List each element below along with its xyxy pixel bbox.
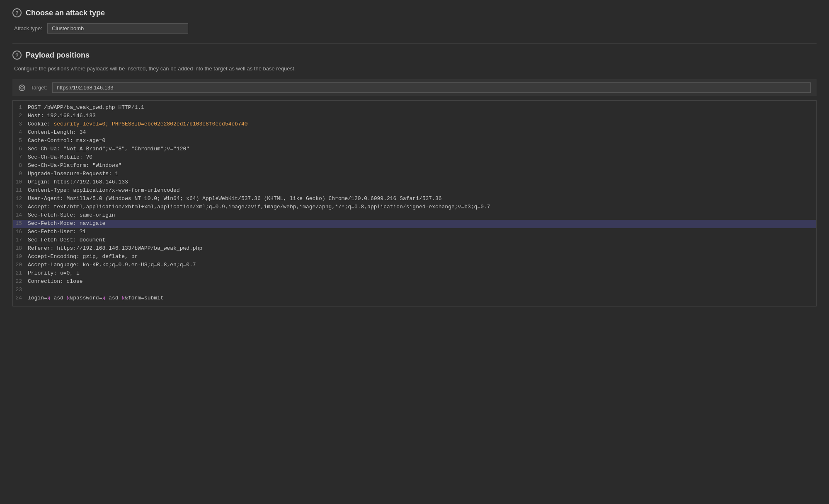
attack-type-help-icon[interactable]: ? bbox=[12, 8, 22, 17]
target-input[interactable] bbox=[52, 82, 811, 93]
line-content-13: Accept: text/html,application/xhtml+xml,… bbox=[28, 204, 490, 210]
code-line-17: 17Sec-Fetch-Dest: document bbox=[13, 236, 816, 245]
code-line-21: 21Priority: u=0, i bbox=[13, 270, 816, 278]
target-label: Target: bbox=[31, 84, 47, 91]
line-number-4: 4 bbox=[13, 129, 28, 135]
line-number-21: 21 bbox=[13, 270, 28, 276]
code-line-5: 5Cache-Control: max-age=0 bbox=[13, 137, 816, 145]
section-divider-1 bbox=[12, 43, 817, 44]
attack-type-row: Attack type: bbox=[12, 23, 817, 34]
line-number-16: 16 bbox=[13, 229, 28, 235]
line-number-1: 1 bbox=[13, 104, 28, 111]
code-line-11: 11Content-Type: application/x-www-form-u… bbox=[13, 187, 816, 195]
line-content-22: Connection: close bbox=[28, 278, 83, 285]
line-number-5: 5 bbox=[13, 137, 28, 144]
line-content-17: Sec-Fetch-Dest: document bbox=[28, 237, 105, 243]
code-line-15: 15Sec-Fetch-Mode: navigate bbox=[13, 220, 816, 228]
line-content-20: Accept-Language: ko-KR,ko;q=0.9,en-US;q=… bbox=[28, 262, 196, 268]
line-number-14: 14 bbox=[13, 212, 28, 218]
line-content-15: Sec-Fetch-Mode: navigate bbox=[28, 220, 105, 227]
payload-positions-title: Payload positions bbox=[26, 51, 90, 60]
code-line-6: 6Sec-Ch-Ua: "Not_A_Brand";v="8", "Chromi… bbox=[13, 145, 816, 154]
line-number-22: 22 bbox=[13, 278, 28, 285]
code-line-18: 18Referer: https://192.168.146.133/bWAPP… bbox=[13, 245, 816, 253]
line-content-24: login=§ asd §&password=§ asd §&form=subm… bbox=[28, 295, 164, 301]
target-row: Target: bbox=[12, 79, 817, 96]
svg-point-1 bbox=[21, 87, 23, 89]
code-line-19: 19Accept-Encoding: gzip, deflate, br bbox=[13, 253, 816, 261]
line-number-10: 10 bbox=[13, 179, 28, 185]
code-line-22: 22Connection: close bbox=[13, 278, 816, 286]
line-content-8: Sec-Ch-Ua-Platform: "Windows" bbox=[28, 162, 121, 169]
code-line-24: 24login=§ asd §&password=§ asd §&form=su… bbox=[13, 294, 816, 303]
code-area: 1POST /bWAPP/ba_weak_pwd.php HTTP/1.12Ho… bbox=[12, 100, 817, 306]
code-line-10: 10Origin: https://192.168.146.133 bbox=[13, 178, 816, 187]
payload-positions-header: ? Payload positions bbox=[12, 51, 817, 60]
attack-type-input[interactable] bbox=[47, 23, 188, 34]
payload-positions-section: ? Payload positions Configure the positi… bbox=[12, 51, 817, 306]
code-line-3: 3Cookie: security_level=0; PHPSESSID=ebe… bbox=[13, 121, 816, 129]
code-line-14: 14Sec-Fetch-Site: same-origin bbox=[13, 212, 816, 220]
line-number-19: 19 bbox=[13, 253, 28, 260]
line-number-15: 15 bbox=[13, 220, 28, 227]
code-line-12: 12User-Agent: Mozilla/5.0 (Windows NT 10… bbox=[13, 195, 816, 203]
code-line-7: 7Sec-Ch-Ua-Mobile: ?0 bbox=[13, 154, 816, 162]
line-number-6: 6 bbox=[13, 146, 28, 152]
line-number-12: 12 bbox=[13, 195, 28, 202]
code-line-13: 13Accept: text/html,application/xhtml+xm… bbox=[13, 203, 816, 212]
line-number-7: 7 bbox=[13, 154, 28, 160]
attack-type-label: Attack type: bbox=[14, 25, 42, 31]
code-line-1: 1POST /bWAPP/ba_weak_pwd.php HTTP/1.1 bbox=[13, 104, 816, 112]
line-content-6: Sec-Ch-Ua: "Not_A_Brand";v="8", "Chromiu… bbox=[28, 146, 189, 152]
code-line-23: 23 bbox=[13, 286, 816, 294]
line-content-14: Sec-Fetch-Site: same-origin bbox=[28, 212, 115, 218]
line-number-13: 13 bbox=[13, 204, 28, 210]
line-content-9: Upgrade-Insecure-Requests: 1 bbox=[28, 171, 118, 177]
code-line-9: 9Upgrade-Insecure-Requests: 1 bbox=[13, 170, 816, 178]
line-number-2: 2 bbox=[13, 113, 28, 119]
code-line-4: 4Content-Length: 34 bbox=[13, 129, 816, 137]
line-content-4: Content-Length: 34 bbox=[28, 129, 86, 135]
line-number-20: 20 bbox=[13, 262, 28, 268]
line-content-2: Host: 192.168.146.133 bbox=[28, 113, 96, 119]
code-line-16: 16Sec-Fetch-User: ?1 bbox=[13, 228, 816, 236]
attack-type-section: ? Choose an attack type Attack type: bbox=[12, 8, 817, 34]
payload-positions-help-icon[interactable]: ? bbox=[12, 51, 22, 60]
line-content-16: Sec-Fetch-User: ?1 bbox=[28, 229, 86, 235]
line-content-10: Origin: https://192.168.146.133 bbox=[28, 179, 128, 185]
line-content-18: Referer: https://192.168.146.133/bWAPP/b… bbox=[28, 245, 202, 251]
line-number-24: 24 bbox=[13, 295, 28, 301]
attack-type-header: ? Choose an attack type bbox=[12, 8, 817, 17]
attack-type-title: Choose an attack type bbox=[26, 9, 105, 17]
line-number-3: 3 bbox=[13, 121, 28, 127]
line-content-7: Sec-Ch-Ua-Mobile: ?0 bbox=[28, 154, 92, 160]
line-number-23: 23 bbox=[13, 287, 28, 293]
line-number-11: 11 bbox=[13, 187, 28, 193]
line-content-21: Priority: u=0, i bbox=[28, 270, 80, 276]
main-container: ? Choose an attack type Attack type: ? P… bbox=[0, 0, 829, 325]
line-content-11: Content-Type: application/x-www-form-url… bbox=[28, 187, 180, 193]
code-line-20: 20Accept-Language: ko-KR,ko;q=0.9,en-US;… bbox=[13, 261, 816, 270]
line-content-1: POST /bWAPP/ba_weak_pwd.php HTTP/1.1 bbox=[28, 104, 144, 111]
line-content-12: User-Agent: Mozilla/5.0 (Windows NT 10.0… bbox=[28, 195, 442, 202]
target-icon bbox=[18, 84, 26, 92]
payload-positions-description: Configure the positions where payloads w… bbox=[12, 65, 817, 72]
line-number-17: 17 bbox=[13, 237, 28, 243]
line-content-3: Cookie: security_level=0; PHPSESSID=ebe0… bbox=[28, 121, 248, 127]
line-content-5: Cache-Control: max-age=0 bbox=[28, 137, 105, 144]
line-number-9: 9 bbox=[13, 171, 28, 177]
line-content-19: Accept-Encoding: gzip, deflate, br bbox=[28, 253, 138, 260]
code-line-8: 8Sec-Ch-Ua-Platform: "Windows" bbox=[13, 162, 816, 170]
line-number-8: 8 bbox=[13, 162, 28, 169]
line-number-18: 18 bbox=[13, 245, 28, 251]
code-line-2: 2Host: 192.168.146.133 bbox=[13, 112, 816, 121]
